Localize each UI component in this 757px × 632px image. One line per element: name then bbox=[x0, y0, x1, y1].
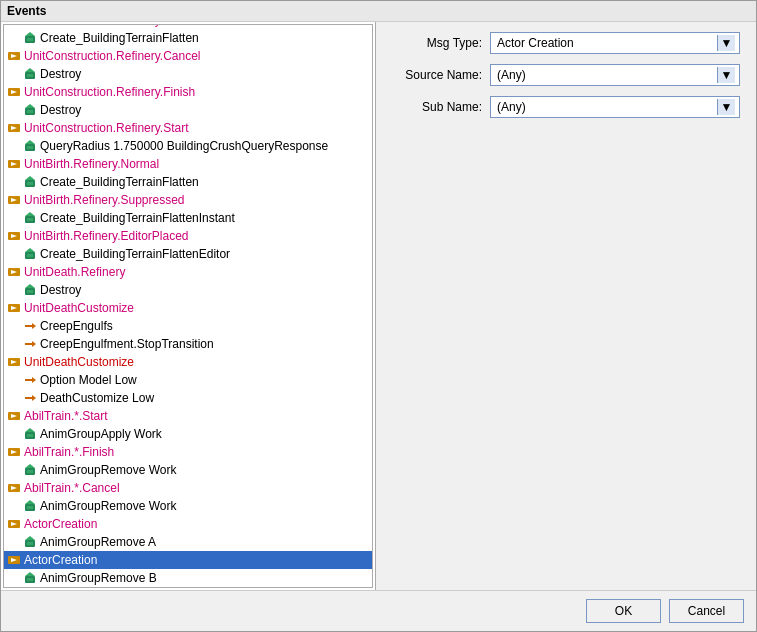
action-icon bbox=[22, 570, 38, 586]
tree-item[interactable]: UnitDeathCustomize bbox=[4, 353, 372, 371]
arrow-icon bbox=[22, 336, 38, 352]
action-icon bbox=[22, 102, 38, 118]
svg-marker-70 bbox=[25, 500, 35, 504]
svg-marker-8 bbox=[25, 32, 35, 36]
tree-item-label: ActorCreation bbox=[24, 553, 97, 567]
svg-marker-33 bbox=[25, 212, 35, 216]
event-icon bbox=[6, 552, 22, 568]
svg-rect-29 bbox=[27, 182, 33, 185]
svg-marker-80 bbox=[25, 572, 35, 576]
tree-item[interactable]: ActorCreation bbox=[4, 515, 372, 533]
tree-item-label: UnitConstruction.Refinery.Start bbox=[24, 121, 189, 135]
svg-marker-60 bbox=[25, 428, 35, 432]
sub-name-row: Sub Name: (Any) ▼ bbox=[392, 96, 740, 118]
svg-marker-13 bbox=[25, 68, 35, 72]
action-icon bbox=[22, 246, 38, 262]
tree-item[interactable]: UnitBirth.Refinery.Normal bbox=[4, 155, 372, 173]
sub-name-value: (Any) bbox=[495, 100, 717, 114]
cancel-button[interactable]: Cancel bbox=[669, 599, 744, 623]
tree-item[interactable]: Create_BuildingTerrainFlatten bbox=[4, 29, 372, 47]
tree-item[interactable]: UnitConstruction.Refinery.Finish bbox=[4, 83, 372, 101]
tree-item[interactable]: Destroy bbox=[4, 281, 372, 299]
msg-type-arrow-icon[interactable]: ▼ bbox=[717, 35, 735, 51]
tree-item[interactable]: UnitBirth.Refinery.Suppressed bbox=[4, 191, 372, 209]
tree-item[interactable]: ActorCreation bbox=[4, 551, 372, 569]
source-name-row: Source Name: (Any) ▼ bbox=[392, 64, 740, 86]
event-icon bbox=[6, 24, 22, 28]
tree-item[interactable]: QueryRadius 1.750000 BuildingCrushQueryR… bbox=[4, 137, 372, 155]
tree-item-label: AbilTrain.*.Finish bbox=[24, 445, 114, 459]
tree-item-label: Destroy bbox=[40, 103, 81, 117]
svg-marker-48 bbox=[32, 323, 36, 329]
tree-item[interactable]: DeathCustomize Low bbox=[4, 389, 372, 407]
tree-item-label: AnimGroupRemove Work bbox=[40, 499, 177, 513]
svg-rect-44 bbox=[27, 290, 33, 293]
tree-item[interactable]: Create_BuildingTerrainFlatten bbox=[4, 173, 372, 191]
tree-item[interactable]: UnitBirth.Refinery.EditorPlaced bbox=[4, 227, 372, 245]
svg-marker-50 bbox=[32, 341, 36, 347]
tree-item-label: Destroy bbox=[40, 67, 81, 81]
tree-container[interactable]: UnitConstruction.Refinery.Start Create_R… bbox=[3, 24, 373, 588]
tree-item[interactable]: Create_BuildingTerrainFlattenInstant bbox=[4, 209, 372, 227]
arrow-icon bbox=[22, 390, 38, 406]
tree-item[interactable]: CreepEngulfment.StopTransition bbox=[4, 335, 372, 353]
msg-type-label: Msg Type: bbox=[392, 36, 482, 50]
tree-item-label: ActorCreation bbox=[24, 517, 97, 531]
tree-item[interactable]: Destroy bbox=[4, 65, 372, 83]
tree-item[interactable]: Create_BuildingTerrainFlattenEditor bbox=[4, 245, 372, 263]
tree-item[interactable]: UnitConstruction.Refinery.Cancel bbox=[4, 47, 372, 65]
tree-item[interactable]: AbilTrain.*.Cancel bbox=[4, 479, 372, 497]
tree-item-label: UnitConstruction.Refinery.Cancel bbox=[24, 49, 201, 63]
tree-item[interactable]: AnimGroupRemove B bbox=[4, 569, 372, 587]
action-icon bbox=[22, 210, 38, 226]
source-name-arrow-icon[interactable]: ▼ bbox=[717, 67, 735, 83]
event-icon bbox=[6, 48, 22, 64]
tree-item[interactable]: UnitDeathCustomize bbox=[4, 299, 372, 317]
svg-marker-54 bbox=[32, 377, 36, 383]
svg-marker-65 bbox=[25, 464, 35, 468]
tree-item[interactable]: AnimGroupApply Work bbox=[4, 425, 372, 443]
tree-item[interactable]: AnimGroupRemove A bbox=[4, 533, 372, 551]
tree-item-label: UnitConstruction.Refinery.Start bbox=[24, 24, 189, 27]
event-icon bbox=[6, 480, 22, 496]
tree-item[interactable]: AbilTrain.*.Start bbox=[4, 407, 372, 425]
event-icon bbox=[6, 120, 22, 136]
tree-item[interactable]: AnimGroupRemove Work bbox=[4, 461, 372, 479]
tree-item-label: UnitBirth.Refinery.EditorPlaced bbox=[24, 229, 189, 243]
tree-item-label: UnitBirth.Refinery.Normal bbox=[24, 157, 159, 171]
action-icon bbox=[22, 138, 38, 154]
event-icon bbox=[6, 516, 22, 532]
tree-item[interactable]: AbilTrain.*.Finish bbox=[4, 443, 372, 461]
ok-button[interactable]: OK bbox=[586, 599, 661, 623]
tree-item-label: Create_BuildingTerrainFlatten bbox=[40, 175, 199, 189]
svg-rect-76 bbox=[27, 542, 33, 545]
arrow-icon bbox=[22, 318, 38, 334]
event-icon bbox=[6, 264, 22, 280]
tree-item[interactable]: Destroy bbox=[4, 101, 372, 119]
svg-rect-34 bbox=[27, 218, 33, 221]
sub-name-arrow-icon[interactable]: ▼ bbox=[717, 99, 735, 115]
sub-name-dropdown[interactable]: (Any) ▼ bbox=[490, 96, 740, 118]
tree-item[interactable]: UnitDeath.Refinery bbox=[4, 263, 372, 281]
tree-item-label: UnitDeathCustomize bbox=[24, 301, 134, 315]
action-icon bbox=[22, 30, 38, 46]
msg-type-dropdown[interactable]: Actor Creation ▼ bbox=[490, 32, 740, 54]
tree-item-label: Create_BuildingTerrainFlattenInstant bbox=[40, 211, 235, 225]
event-icon bbox=[6, 300, 22, 316]
svg-marker-28 bbox=[25, 176, 35, 180]
tree-item-label: QueryRadius 1.750000 BuildingCrushQueryR… bbox=[40, 139, 328, 153]
svg-rect-66 bbox=[27, 470, 33, 473]
event-icon bbox=[6, 408, 22, 424]
svg-marker-18 bbox=[25, 104, 35, 108]
tree-item-label: Destroy bbox=[40, 283, 81, 297]
tree-item[interactable]: AnimGroupRemove Work bbox=[4, 497, 372, 515]
tree-item[interactable]: UnitConstruction.Refinery.Start bbox=[4, 119, 372, 137]
tree-item[interactable]: Option Model Low bbox=[4, 371, 372, 389]
source-name-label: Source Name: bbox=[392, 68, 482, 82]
svg-rect-19 bbox=[27, 110, 33, 113]
svg-rect-14 bbox=[27, 74, 33, 77]
main-content: UnitConstruction.Refinery.Start Create_R… bbox=[1, 22, 756, 590]
tree-item[interactable]: CreepEngulfs bbox=[4, 317, 372, 335]
source-name-dropdown[interactable]: (Any) ▼ bbox=[490, 64, 740, 86]
svg-marker-43 bbox=[25, 284, 35, 288]
